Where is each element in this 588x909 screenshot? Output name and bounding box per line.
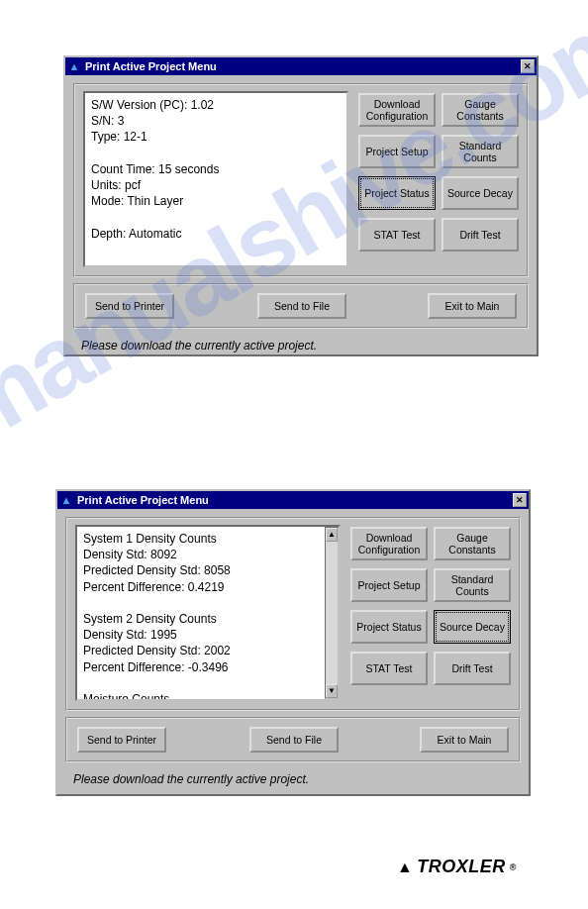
textarea-wrap: System 1 Density Counts Density Std: 809… [75, 525, 341, 701]
logo-icon: ▲ [397, 858, 413, 876]
project-info-textarea[interactable]: System 1 Density Counts Density Std: 809… [75, 525, 341, 701]
scroll-down-icon[interactable]: ▼ [326, 684, 338, 698]
dialog-print-active-project-2: ▲ Print Active Project Menu ✕ System 1 D… [55, 489, 531, 796]
content-panel: System 1 Density Counts Density Std: 809… [65, 517, 521, 711]
titlebar: ▲ Print Active Project Menu ✕ [57, 491, 529, 509]
source-decay-button[interactable]: Source Decay [434, 610, 511, 644]
button-grid: Download Configuration Gauge Constants P… [350, 525, 511, 701]
status-text: Please download the currently active pro… [73, 335, 529, 356]
textarea-wrap: S/W Version (PC): 1.02 S/N: 3 Type: 12-1… [83, 91, 348, 267]
send-to-file-button[interactable]: Send to File [257, 293, 346, 319]
gauge-constants-button[interactable]: Gauge Constants [441, 93, 519, 127]
close-icon[interactable]: ✕ [513, 493, 527, 507]
drift-test-button[interactable]: Drift Test [441, 218, 519, 252]
project-setup-button[interactable]: Project Setup [350, 568, 428, 602]
lower-panel: Send to Printer Send to File Exit to Mai… [65, 717, 521, 762]
project-setup-button[interactable]: Project Setup [358, 135, 436, 168]
stat-test-button[interactable]: STAT Test [350, 652, 428, 685]
close-icon[interactable]: ✕ [521, 59, 535, 73]
send-to-file-button[interactable]: Send to File [249, 727, 339, 753]
lower-panel: Send to Printer Send to File Exit to Mai… [73, 283, 529, 329]
project-status-button[interactable]: Project Status [350, 610, 428, 644]
stat-test-button[interactable]: STAT Test [358, 218, 436, 252]
send-to-printer-button[interactable]: Send to Printer [85, 293, 174, 319]
title-text: Print Active Project Menu [77, 494, 513, 506]
title-text: Print Active Project Menu [85, 60, 521, 72]
send-to-printer-button[interactable]: Send to Printer [77, 727, 166, 753]
drift-test-button[interactable]: Drift Test [434, 652, 511, 685]
scroll-up-icon[interactable]: ▲ [326, 528, 338, 542]
app-icon: ▲ [59, 493, 73, 507]
client-area: S/W Version (PC): 1.02 S/N: 3 Type: 12-1… [65, 75, 537, 364]
dialog-print-active-project-1: ▲ Print Active Project Menu ✕ S/W Versio… [63, 55, 539, 356]
footer-logo: ▲ TROXLER ® [397, 857, 517, 877]
titlebar: ▲ Print Active Project Menu ✕ [65, 57, 537, 75]
standard-counts-button[interactable]: Standard Counts [441, 135, 519, 168]
app-icon: ▲ [67, 59, 81, 73]
download-config-button[interactable]: Download Configuration [358, 93, 436, 127]
standard-counts-button[interactable]: Standard Counts [434, 568, 511, 602]
content-panel: S/W Version (PC): 1.02 S/N: 3 Type: 12-1… [73, 83, 529, 277]
exit-to-main-button[interactable]: Exit to Main [420, 727, 509, 753]
button-grid: Download Configuration Gauge Constants P… [358, 91, 519, 267]
gauge-constants-button[interactable]: Gauge Constants [434, 527, 511, 560]
download-config-button[interactable]: Download Configuration [350, 527, 428, 560]
logo-brand: TROXLER [417, 857, 506, 877]
client-area: System 1 Density Counts Density Std: 809… [57, 509, 529, 798]
exit-to-main-button[interactable]: Exit to Main [428, 293, 517, 319]
registered-mark: ® [510, 862, 517, 872]
project-info-textarea[interactable]: S/W Version (PC): 1.02 S/N: 3 Type: 12-1… [83, 91, 348, 267]
status-text: Please download the currently active pro… [65, 768, 521, 790]
source-decay-button[interactable]: Source Decay [441, 176, 519, 210]
project-status-button[interactable]: Project Status [358, 176, 436, 210]
scrollbar[interactable]: ▲ ▼ [325, 527, 339, 699]
